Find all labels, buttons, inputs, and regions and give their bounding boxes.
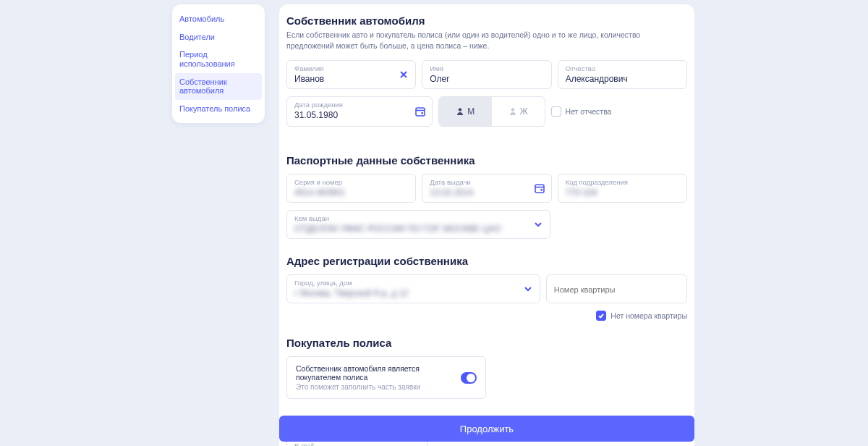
no-apartment-checkbox[interactable]: Нет номера квартиры [596,311,687,321]
sidebar-item-buyer[interactable]: Покупатель полиса [172,100,265,118]
first-name-field[interactable]: Имя Олег [422,60,551,89]
passport-dept-field[interactable]: Код подразделения 770-104 [558,174,687,203]
owner-is-buyer-label: Собственник автомобиля является покупате… [296,364,461,382]
birth-date-field[interactable]: Дата рождения 31.05.1980 [286,96,433,127]
sidebar-item-car[interactable]: Автомобиль [172,10,265,28]
svg-point-4 [511,109,514,112]
passport-title: Паспортные данные собственника [286,154,687,167]
gender-female-button[interactable]: Ж [492,97,545,126]
owner-is-buyer-switch[interactable] [461,372,477,384]
passport-dept-value: 770-104 [566,187,679,199]
apartment-input[interactable] [554,285,679,294]
email-label: E-mail [294,442,420,446]
svg-rect-0 [416,108,425,116]
gender-female-label: Ж [520,106,528,117]
no-patronymic-wrap: Нет отчества [551,96,687,127]
patronymic-value: Александрович [566,73,679,85]
no-apartment-label: Нет номера квартиры [610,311,687,320]
passport-issued-by-value: ОТДЕЛОМ УФМС РОССИИ ПО ГОР. МОСКВЕ ЦАО [294,223,542,235]
chevron-down-icon[interactable] [532,219,544,230]
checkbox-checked-icon [596,311,606,321]
sidebar-item-drivers[interactable]: Водители [172,28,265,46]
birth-date-value: 31.05.1980 [294,109,425,122]
female-icon [509,107,517,116]
first-name-label: Имя [430,65,543,72]
patronymic-field[interactable]: Отчество Александрович [558,60,687,89]
gender-male-button[interactable]: М [439,97,492,126]
buyer-title: Покупатель полиса [286,337,687,349]
passport-dept-label: Код подразделения [566,179,679,186]
owner-subtitle: Если собственник авто и покупатель полис… [286,30,687,51]
svg-point-3 [459,109,461,112]
passport-series-value: 4514 483901 [294,187,408,199]
continue-button[interactable]: Продолжить [279,416,694,442]
calendar-icon[interactable] [534,182,545,194]
calendar-icon[interactable] [414,106,426,117]
male-icon [456,107,464,116]
svg-rect-7 [540,189,542,191]
street-value: г Москва, Тверской б-р, д 12 [294,287,532,300]
passport-date-label: Дата выдачи [430,179,543,186]
gender-male-label: М [467,106,475,117]
street-label: Город, улица, дом [294,279,532,287]
clear-icon[interactable] [398,69,409,80]
svg-rect-5 [535,185,544,193]
passport-date-field[interactable]: Дата выдачи 13.02.2014 [422,174,551,203]
main-form: Собственник автомобиля Если собственник … [279,4,694,446]
passport-series-label: Серия и номер [294,179,408,186]
owner-is-buyer-help: Это поможет заполнить часть заявки [296,383,461,391]
owner-title: Собственник автомобиля [286,14,687,27]
chevron-down-icon[interactable] [522,283,534,295]
passport-issued-by-label: Кем выдан [294,215,542,222]
last-name-field[interactable]: Фамилия Иванов [286,60,416,89]
birth-date-label: Дата рождения [294,101,425,109]
checkbox-icon [551,106,561,117]
patronymic-label: Отчество [566,65,679,72]
first-name-value: Олег [430,73,543,85]
sidebar-item-period[interactable]: Период использования [172,46,265,72]
sidebar-item-owner[interactable]: Собственник автомобиля [175,73,262,100]
last-name-value: Иванов [294,73,408,85]
passport-date-value: 13.02.2014 [430,187,543,199]
address-title: Адрес регистрации собственника [286,255,687,267]
passport-series-field[interactable]: Серия и номер 4514 483901 [286,174,416,203]
no-patronymic-checkbox[interactable]: Нет отчества [551,106,612,117]
gender-toggle: М Ж [438,96,545,127]
svg-rect-2 [421,112,423,114]
no-patronymic-label: Нет отчества [566,107,612,116]
sidebar: Автомобиль Водители Период использования… [172,4,265,123]
apartment-field[interactable] [546,274,687,303]
last-name-label: Фамилия [294,65,408,72]
owner-is-buyer-toggle-card: Собственник автомобиля является покупате… [286,356,486,399]
street-field[interactable]: Город, улица, дом г Москва, Тверской б-р… [286,274,540,303]
passport-issued-by-field[interactable]: Кем выдан ОТДЕЛОМ УФМС РОССИИ ПО ГОР. МО… [286,210,550,239]
